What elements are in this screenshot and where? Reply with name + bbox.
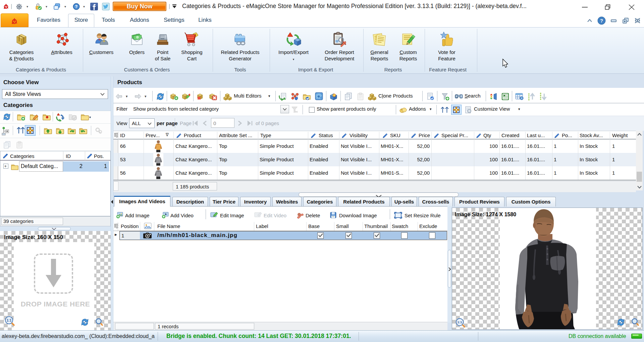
svg-text:1:1: 1:1 bbox=[7, 319, 12, 322]
svg-text:?: ? bbox=[75, 4, 77, 9]
svg-text:?: ? bbox=[600, 18, 603, 23]
svg-text:1:1: 1:1 bbox=[458, 320, 463, 324]
